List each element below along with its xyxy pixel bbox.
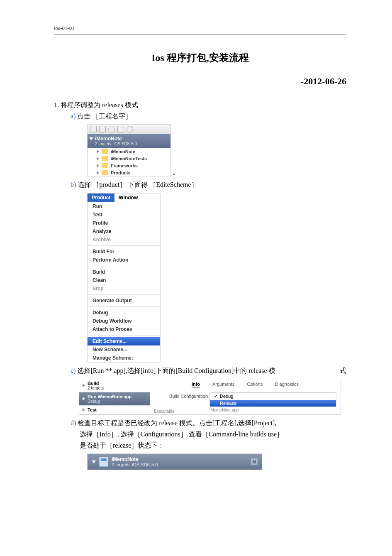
menu-build[interactable]: Build xyxy=(88,268,160,276)
tab-arguments[interactable]: Arguments xyxy=(212,382,234,388)
build-configuration-label: Build Configuration xyxy=(154,392,208,399)
screenshot-project-bar: iMemoNote 2 targets, iOS SDK 5.0 M xyxy=(87,453,262,470)
step-1b-mid: 下面得 xyxy=(128,181,148,188)
folder-label: iMemoNoteTests xyxy=(111,156,147,161)
nav-icon-1 xyxy=(90,126,97,132)
step-1c-end: 式 xyxy=(340,365,346,376)
triangle-right-icon xyxy=(97,150,99,153)
scheme-test-title: Test xyxy=(88,407,97,412)
menu-attach[interactable]: Attach to Proces xyxy=(88,325,160,333)
screenshot-project-navigator: iMemoNote 2 targets, iOS SDK 5.0 iMemoNo… xyxy=(87,124,171,176)
step-1a: a) 点击 ［工程名字］ xyxy=(71,110,346,122)
scheme-main: Info Arguments Options Diagnostics Build… xyxy=(150,379,341,414)
scheme-run-row[interactable]: Run iMemoNote.appDebug xyxy=(79,392,150,406)
step-1b-br2: ［EditeScheme］ xyxy=(149,181,197,188)
step-1a-pre: 点击 xyxy=(77,113,90,120)
triangle-down-icon xyxy=(89,137,93,140)
menu-test[interactable]: Test xyxy=(88,211,160,219)
period: 。 xyxy=(173,169,179,176)
menu-debug[interactable]: Debug xyxy=(88,309,160,317)
menu-perform-action[interactable]: Perform Action xyxy=(88,256,160,264)
folder-icon xyxy=(102,163,108,168)
menu-new-scheme[interactable]: New Scheme... xyxy=(88,345,160,354)
step-1a-label: a) xyxy=(71,113,75,120)
step-1: 1. 将程序调整为 releases 模式 xyxy=(54,99,346,110)
header-rule xyxy=(54,34,346,34)
step-1-text: 将程序调整为 releases 模式 xyxy=(61,101,138,108)
folder-label: Frameworks xyxy=(111,163,138,168)
scheme-build-title: Build xyxy=(88,381,104,386)
build-configuration-select[interactable]: ✓Debug Release xyxy=(209,392,336,407)
project-title-bar[interactable]: iMemoNote 2 targets, iOS SDK 5.0 M xyxy=(88,454,262,470)
menu-edit-scheme[interactable]: Edit Scheme... xyxy=(88,337,160,345)
doc-title: Ios 程序打包,安装流程 xyxy=(54,51,346,64)
menu-clean[interactable]: Clean xyxy=(88,276,160,284)
option-debug[interactable]: ✓Debug xyxy=(210,393,336,400)
folder-icon xyxy=(102,149,108,154)
folder-row[interactable]: iMemoNote xyxy=(88,148,170,155)
tab-info[interactable]: Info xyxy=(192,382,200,388)
folder-row[interactable]: iMemoNoteTests xyxy=(88,155,170,162)
option-release[interactable]: Release xyxy=(210,400,336,407)
menu-separator xyxy=(88,306,160,307)
menu-separator xyxy=(88,245,160,246)
tab-diagnostics[interactable]: Diagnostics xyxy=(275,382,299,388)
projbar-name: iMemoNote xyxy=(112,456,158,462)
xcode-project-icon xyxy=(99,457,108,467)
nav-icon-2 xyxy=(99,126,106,132)
menubar-product[interactable]: Product xyxy=(88,193,114,202)
scheme-build-row[interactable]: Build2 targets xyxy=(79,379,150,392)
triangle-right-icon xyxy=(83,397,85,400)
executable-label: Executable xyxy=(154,408,208,414)
step-1b-label: b) xyxy=(71,181,76,188)
step-1-num: 1. xyxy=(54,101,59,108)
xcode-nav-toolbar xyxy=(88,125,170,134)
folder-row[interactable]: Frameworks xyxy=(88,162,170,169)
product-menu-dropdown: Run Test Profile Analyze Archive Build F… xyxy=(88,202,160,362)
menu-debug-workflow[interactable]: Debug Workflow xyxy=(88,317,160,325)
triangle-right-icon xyxy=(97,171,99,174)
step-1b: b) 选择 ［product］ 下面得 ［EditeScheme］ xyxy=(71,179,346,190)
menu-separator xyxy=(88,335,160,336)
step-1b-pre: 选择 xyxy=(78,181,91,188)
menu-manage-scheme[interactable]: Manage Scheme: xyxy=(88,354,160,362)
menubar-window[interactable]: Window xyxy=(114,193,142,202)
tab-options[interactable]: Options xyxy=(247,382,263,388)
folder-icon xyxy=(102,156,108,161)
triangle-right-icon xyxy=(83,408,85,411)
document-page: ios-01-01 Ios 程序打包,安装流程 -2012-06-26 1. 将… xyxy=(0,0,392,556)
project-root-sub: 2 targets, iOS SDK 5.0 xyxy=(95,142,167,146)
screenshot-product-menu: Product Window Run Test Profile Analyze … xyxy=(87,193,161,363)
menu-stop: Stop xyxy=(88,284,160,293)
build-configuration-row: Build Configuration ✓Debug Release xyxy=(154,392,336,407)
doc-date: -2012-06-26 xyxy=(54,76,346,87)
scheme-tabs: Info Arguments Options Diagnostics xyxy=(154,379,336,392)
menu-analyze[interactable]: Analyze xyxy=(88,227,160,235)
step-1d-line3: 是否处于［release］状态下： xyxy=(80,442,164,449)
menu-run[interactable]: Run xyxy=(88,202,160,211)
step-1d-label: d) xyxy=(71,419,76,426)
project-root-row[interactable]: iMemoNote 2 targets, iOS SDK 5.0 xyxy=(88,134,170,148)
step-1d: d) 检查目标工程是否已经改为 release 模式。点击[工程名],选择[Pr… xyxy=(71,417,346,451)
menu-archive: Archive xyxy=(88,235,160,244)
folder-row[interactable]: Products xyxy=(88,169,170,176)
menu-build-for[interactable]: Build For xyxy=(88,247,160,256)
screenshot-scheme-editor: Build2 targets Run iMemoNote.appDebug Te… xyxy=(79,379,341,415)
step-1d-line2: 选择［Info］, 选择［Configurations］,查看［Command-… xyxy=(80,431,283,438)
menubar: Product Window xyxy=(88,193,160,202)
folder-icon xyxy=(102,170,108,175)
step-1d-line1: 检查目标工程是否已经改为 release 模式。点击[工程名],选择[Proje… xyxy=(78,419,276,426)
step-1c-line: 选择[Run **.app],选择[info]下面的[Build Configu… xyxy=(77,367,275,374)
triangle-right-icon xyxy=(97,157,99,160)
menu-generate-output[interactable]: Generate Output xyxy=(88,296,160,305)
triangle-down-icon xyxy=(92,460,96,463)
executable-value: iMemoNote.app xyxy=(209,408,239,412)
scheme-test-row[interactable]: Test xyxy=(79,406,150,414)
menu-profile[interactable]: Profile xyxy=(88,219,160,227)
nav-icon-3 xyxy=(108,126,115,132)
nav-icon-4 xyxy=(117,126,124,132)
project-root-name: iMemoNote xyxy=(95,136,167,142)
scheme-run-title: Run iMemoNote.app xyxy=(88,394,131,399)
option-debug-label: Debug xyxy=(220,394,233,399)
folder-label: Products xyxy=(111,170,131,175)
